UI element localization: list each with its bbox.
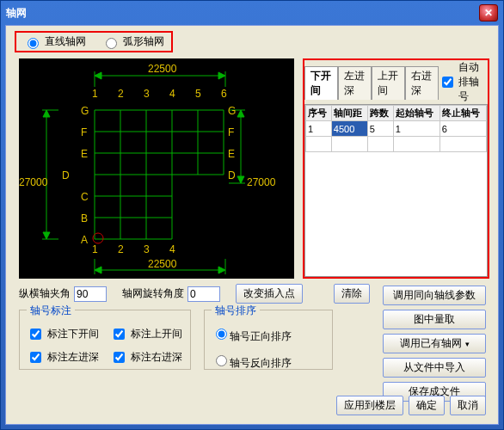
svg-text:22500: 22500 [148,63,177,75]
svg-text:F: F [228,126,234,138]
chk-left-depth[interactable]: 标注左进深 [27,349,100,366]
axis-sort-legend: 轴号排序 [212,304,260,318]
cell-start[interactable]: 1 [393,121,439,137]
btn-reuse-same-dir-params[interactable]: 调用同向轴线参数 [383,286,486,305]
svg-marker-12 [43,232,50,239]
label-arc: 弧形轴网 [123,34,164,49]
svg-text:C: C [81,191,89,203]
auto-number-label: 自动排轴号 [458,60,488,104]
svg-text:E: E [228,148,235,160]
chk-upper-span[interactable]: 标注上开间 [110,326,183,342]
close-icon: ✕ [484,7,493,19]
col-count: 跨数 [367,106,393,121]
btn-use-existing-grid[interactable]: 调用已有轴网▾ [383,334,486,353]
span-table-panel: 下开间 左进深 上开间 右进深 自动排轴号 序号 轴间距 跨数 起始轴号 终止轴… [303,58,489,279]
svg-text:4: 4 [169,243,175,255]
change-insert-point-button[interactable]: 改变插入点 [236,284,303,304]
svg-text:A: A [81,234,88,246]
label-cross-angle: 纵横轴夹角 [19,286,71,301]
col-start: 起始轴号 [393,106,439,121]
svg-text:3: 3 [144,243,150,255]
axis-annotation-legend: 轴号标注 [27,304,75,318]
svg-marker-16 [237,110,244,117]
grid-preview-canvas: 22500 22500 27000 27000 1 2 3 4 5 6 1 2 … [19,58,294,279]
axis-sort-group: 轴号排序 轴号正向排序 轴号反向排序 [204,310,333,370]
radio-sort-reverse[interactable]: 轴号反向排序 [212,353,325,371]
svg-text:4: 4 [169,88,175,100]
svg-marker-1 [95,72,101,79]
svg-marker-17 [237,176,244,183]
cell-seq[interactable]: 1 [306,121,332,137]
ok-button[interactable]: 确定 [409,396,445,415]
input-rotate-angle[interactable] [187,286,220,302]
svg-text:27000: 27000 [19,176,48,188]
titlebar: 轴网 ✕ [1,1,503,25]
label-rotate-angle: 轴网旋转角度 [122,286,184,301]
cell-count[interactable]: 5 [367,121,393,137]
span-table[interactable]: 序号 轴间距 跨数 起始轴号 终止轴号 1 4500 5 1 6 [305,105,487,152]
svg-text:G: G [81,105,89,117]
svg-text:E: E [81,148,88,160]
svg-text:D: D [62,169,70,181]
svg-text:27000: 27000 [247,176,276,188]
col-dist: 轴间距 [331,106,367,121]
radio-arc[interactable] [106,38,117,49]
chevron-down-icon: ▾ [465,340,470,348]
tab-lower-span[interactable]: 下开间 [304,66,338,100]
svg-text:B: B [81,212,88,224]
close-button[interactable]: ✕ [479,4,498,22]
input-cross-angle[interactable] [74,286,107,302]
svg-marker-11 [43,110,50,117]
auto-number-checkbox[interactable]: 自动排轴号 [439,60,488,104]
cell-end[interactable]: 6 [439,121,486,137]
svg-text:6: 6 [221,88,227,100]
svg-text:3: 3 [144,88,150,100]
svg-text:5: 5 [195,88,201,100]
table-row[interactable]: 1 4500 5 1 6 [306,121,487,137]
chk-lower-span[interactable]: 标注下开间 [27,326,100,342]
svg-text:1: 1 [92,243,98,255]
radio-linear[interactable] [28,38,39,49]
svg-text:D: D [228,169,236,181]
btn-measure-from-drawing[interactable]: 图中量取 [383,310,486,329]
tab-left-depth[interactable]: 左进深 [338,66,372,100]
grid-type-arc[interactable]: 弧形轴网 [101,34,164,49]
cell-dist[interactable]: 4500 [331,121,367,137]
label-linear: 直线轴网 [45,34,86,49]
col-seq: 序号 [306,106,332,121]
apply-to-floor-button[interactable]: 应用到楼层 [336,396,403,415]
col-end: 终止轴号 [439,106,486,121]
svg-marker-6 [95,267,101,273]
grid-type-selector: 直线轴网 弧形轴网 [15,31,173,52]
btn-import-from-file[interactable]: 从文件中导入 [383,358,486,378]
svg-text:22500: 22500 [148,258,177,270]
table-row[interactable] [306,137,487,152]
svg-text:F: F [81,126,87,138]
svg-text:1: 1 [92,88,98,100]
radio-sort-forward[interactable]: 轴号正向排序 [212,326,325,344]
axis-annotation-group: 轴号标注 标注下开间 标注上开间 标注左进深 标注右进深 [19,310,191,370]
svg-text:2: 2 [118,88,124,100]
cancel-button[interactable]: 取消 [450,396,486,415]
tab-upper-span[interactable]: 上开间 [372,66,405,100]
auto-number-input[interactable] [442,77,453,88]
window-title: 轴网 [6,6,27,21]
grid-type-linear[interactable]: 直线轴网 [23,34,86,49]
svg-text:G: G [228,105,236,117]
tab-right-depth[interactable]: 右进深 [405,66,439,100]
svg-marker-2 [218,72,225,79]
svg-marker-7 [218,267,225,273]
chk-right-depth[interactable]: 标注右进深 [110,349,183,366]
clear-button[interactable]: 清除 [334,284,370,304]
svg-text:2: 2 [118,243,124,255]
